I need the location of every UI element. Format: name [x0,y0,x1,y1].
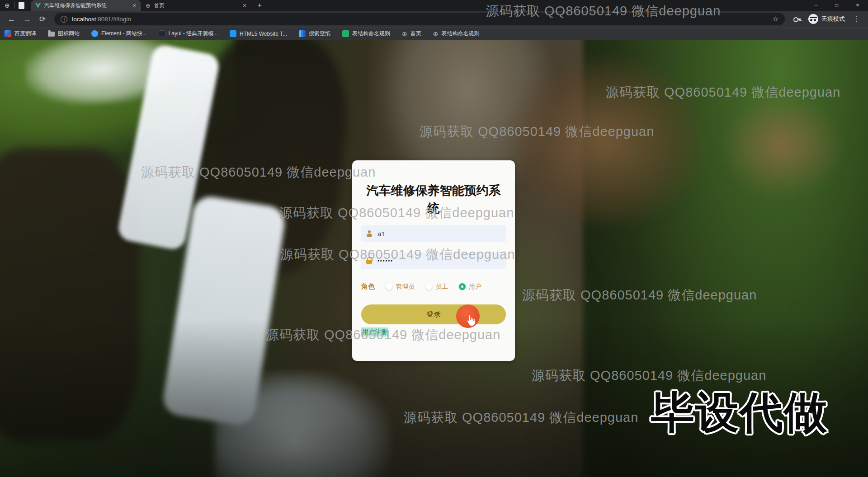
username-input[interactable] [377,230,501,238]
bookmark-label: Layui - 经典开源模... [169,30,218,37]
close-button[interactable]: ✕ [847,0,868,11]
radio-icon[interactable] [459,283,466,290]
password-input[interactable] [377,258,501,263]
role-radio-admin[interactable]: 管理员 [386,283,415,291]
hand-cursor-icon [464,314,477,327]
tab-login-app[interactable]: 汽车维修保养智能预约系统 ✕ [31,0,141,11]
bookmark-table-naming-1[interactable]: 表结构命名规则 [342,30,390,37]
bookmark-label: 百度翻译 [14,30,36,37]
bookmark-label: 表结构命名规则 [441,30,479,37]
incognito-label: 无痕模式 [821,15,845,23]
bookmark-label: 表结构命名规则 [352,30,390,37]
radio-icon[interactable] [386,283,392,290]
bookmark-label: 搜索壁纸 [309,30,330,37]
role-radio-staff[interactable]: 员工 [425,283,448,291]
role-radio-user[interactable]: 用户 [459,283,481,291]
tab-home[interactable]: ⊕ 首页 ✕ [141,0,251,11]
minimize-button[interactable]: ─ [806,0,826,11]
bookmark-label: 图标网站 [58,30,80,37]
role-label: 角色 [361,282,375,291]
tab-separator [14,2,14,9]
forward-button[interactable]: → [24,15,31,23]
back-button[interactable]: ← [8,15,15,23]
bookmark-baidu-translate[interactable]: 百度翻译 [5,30,36,37]
bookmark-layui[interactable]: Layui - 经典开源模... [159,30,218,37]
radio-label: 用户 [469,283,481,291]
globe-favicon-icon: ⊕ [402,31,407,37]
browser-menu-icon[interactable]: ⋮ [853,15,860,23]
globe-favicon-icon: ⊕ [146,3,151,9]
layui-favicon [159,30,165,37]
tab-title: 汽车维修保养智能预约系统 [44,2,129,9]
tab-close-icon[interactable]: ✕ [243,3,247,9]
tab-strip: ⊕ 汽车维修保养智能预约系统 ✕ ⊕ 首页 ✕ + ─ □ ✕ [0,0,868,11]
bookmark-label: HTML5 Website T... [240,31,287,37]
html5-favicon [230,30,236,37]
reload-button[interactable]: ⟳ [39,15,46,23]
element-favicon [91,30,98,37]
username-field-row [361,225,506,242]
lock-icon [366,257,373,264]
globe-favicon-icon: ⊕ [433,31,439,37]
radio-icon[interactable] [425,283,432,290]
wallpaper-favicon [299,30,306,37]
new-tab-button[interactable]: + [258,2,262,9]
window-controls: ─ □ ✕ [806,0,868,11]
bookmark-table-naming-2[interactable]: ⊕ 表结构命名规则 [433,30,480,37]
radio-label: 管理员 [396,283,415,291]
green-favicon [342,30,349,37]
url-host: localhost [72,16,96,23]
login-page-background: 汽车维修保养智能预约系统 角色 管理员 员工 [0,40,868,477]
big-watermark-text: 毕设代做 [651,384,828,443]
background-rocks-right [506,58,701,225]
bookmarks-bar: 百度翻译 图标网站 Element - 网站快... Layui - 经典开源模… [0,27,868,40]
bookmark-label: Element - 网站快... [101,30,147,37]
click-indicator [456,304,480,328]
bookmark-html5[interactable]: HTML5 Website T... [230,30,287,37]
bookmark-home[interactable]: ⊕ 首页 [402,30,421,37]
screen: 汽车维修保养智能预约系统 角色 管理员 员工 [0,0,868,477]
site-info-icon[interactable]: i [61,16,67,23]
maximize-button[interactable]: □ [826,0,847,11]
url-path: :8081/#/login [96,16,131,23]
folder-icon [48,32,55,37]
incognito-badge: 无痕模式 [808,14,845,24]
login-card: 汽车维修保养智能预约系统 角色 管理员 员工 [352,160,515,361]
login-button[interactable]: 登录 [361,304,506,324]
bookmark-element[interactable]: Element - 网站快... [91,30,147,37]
page-title: 汽车维修保养智能预约系统 [361,182,506,217]
browser-toolbar: ← → ⟳ i localhost :8081/#/login ☆ 无痕模式 ⋮ [0,11,868,27]
user-icon [366,230,373,237]
vue-favicon-icon [35,3,41,8]
role-selector-row: 角色 管理员 员工 用户 [361,282,506,291]
bookmark-wallpaper[interactable]: 搜索壁纸 [299,30,330,37]
browser-chrome: ⊕ 汽车维修保养智能预约系统 ✕ ⊕ 首页 ✕ + ─ □ ✕ ← → [0,0,868,40]
radio-label: 员工 [435,283,448,291]
browser-logo-icon: ⊕ [5,2,10,9]
baidu-translate-favicon [5,30,11,37]
address-bar[interactable]: i localhost :8081/#/login ☆ [54,13,785,25]
password-key-icon[interactable] [793,15,801,23]
bookmark-star-icon[interactable]: ☆ [773,15,778,23]
tab-title: 首页 [154,2,239,9]
tab-close-icon[interactable]: ✕ [132,3,137,9]
background-cliff-right [721,94,843,198]
incognito-icon [808,14,818,24]
pinned-page-icon[interactable] [19,2,24,9]
password-field-row [361,253,506,269]
bookmark-label: 首页 [410,30,421,37]
bookmark-icon-site[interactable]: 图标网站 [48,30,80,37]
register-link[interactable]: 用户注册 [361,327,388,337]
